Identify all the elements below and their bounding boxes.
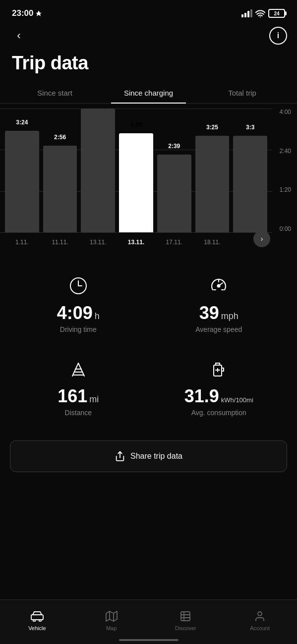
distance-unit: mi — [89, 394, 99, 405]
tab-since-start[interactable]: Since start — [8, 84, 102, 103]
driving-time-unit: h — [95, 311, 100, 322]
svg-rect-24 — [31, 615, 43, 620]
tabs-bar: Since start Since charging Total trip — [0, 84, 297, 104]
page-title: Trip data — [0, 49, 297, 84]
bar-group-2: 2:56 — [43, 108, 77, 232]
status-time: 23:00 — [12, 8, 42, 18]
svg-rect-1 — [244, 13, 246, 17]
stat-driving-time: 4:09 h Driving time — [8, 262, 149, 345]
svg-marker-27 — [106, 611, 117, 621]
road-icon — [66, 357, 90, 381]
info-button[interactable]: i — [269, 27, 287, 45]
driving-time-value: 4:09 — [57, 303, 93, 323]
y-label-4: 4:00 — [280, 108, 291, 115]
bar-label-5: 2:39 — [168, 143, 180, 150]
nav-item-account[interactable]: Account — [223, 600, 297, 636]
bar-group-4[interactable]: 4:09 — [119, 108, 153, 232]
consumption-unit: kWh/100mi — [221, 396, 253, 404]
nav-item-vehicle[interactable]: Vehicle — [0, 600, 74, 636]
svg-rect-30 — [181, 612, 190, 621]
status-icons: 24 — [241, 9, 285, 18]
bar-label-2: 2:56 — [54, 134, 66, 141]
x-label-4: 13.11. — [119, 239, 153, 246]
share-btn-label: Share trip data — [130, 452, 182, 461]
back-button[interactable]: ‹ — [10, 27, 28, 45]
svg-point-7 — [218, 285, 220, 287]
svg-rect-0 — [241, 14, 243, 17]
avg-speed-unit: mph — [221, 311, 238, 322]
distance-value: 161 — [58, 386, 87, 407]
y-axis: 4:00 2:40 1:20 0:00 — [280, 108, 291, 232]
nav-account-label: Account — [250, 625, 270, 631]
consumption-value: 31.9 — [184, 386, 219, 407]
discover-icon — [178, 609, 192, 623]
home-indicator — [119, 639, 178, 641]
svg-point-4 — [260, 16, 261, 17]
svg-point-25 — [33, 620, 35, 622]
chart-container: 4:00 2:40 1:20 0:00 3:24 2:56 — [0, 104, 297, 252]
nav-map-label: Map — [106, 625, 117, 631]
stat-avg-consumption: 31.9 kWh/100mi Avg. consumption — [149, 345, 290, 429]
x-label-6: 18.11. — [195, 239, 230, 246]
tab-total-trip[interactable]: Total trip — [195, 84, 289, 103]
driving-time-label: Driving time — [60, 325, 97, 333]
map-icon — [105, 609, 119, 623]
bottom-nav: Vehicle Map Discover — [0, 599, 297, 644]
y-label-0: 0:00 — [280, 225, 291, 232]
svg-point-26 — [39, 620, 41, 622]
x-label-2: 11.11. — [43, 239, 77, 246]
distance-label: Distance — [65, 409, 92, 417]
bars-area: 3:24 2:56 5:09 4:09 — [0, 108, 272, 232]
avg-speed-label: Average speed — [195, 325, 242, 333]
tab-since-charging[interactable]: Since charging — [102, 84, 195, 103]
stat-distance: 161 mi Distance — [8, 345, 149, 429]
stats-grid: 4:09 h Driving time 39 mph Average speed — [0, 252, 297, 438]
bar-group-7: 3:3 — [233, 108, 267, 232]
svg-point-34 — [258, 612, 262, 616]
bar-group-6: 3:25 — [195, 108, 230, 232]
bar-label-4: 4:09 — [130, 121, 142, 128]
clock-icon — [66, 274, 90, 298]
nav-item-discover[interactable]: Discover — [149, 600, 223, 636]
nav-vehicle-label: Vehicle — [28, 625, 46, 631]
bar-group-3: 5:09 — [81, 108, 115, 232]
bar-label-7: 3:3 — [246, 124, 254, 131]
vehicle-icon — [30, 609, 44, 623]
bar-group-1: 3:24 — [5, 108, 39, 232]
speedometer-icon — [207, 274, 231, 298]
bar-group-5: 2:39 — [157, 108, 191, 232]
stat-average-speed: 39 mph Average speed — [149, 262, 290, 345]
x-label-1: 1.11. — [5, 239, 39, 246]
nav-bar: ‹ i — [0, 25, 297, 49]
avg-speed-value: 39 — [199, 303, 219, 323]
y-label-240: 2:40 — [280, 148, 291, 155]
x-axis: 1.11. 11.11. 13.11. 13.11. 17.11. 18.11. — [0, 232, 272, 252]
consumption-icon — [207, 357, 231, 381]
nav-discover-label: Discover — [175, 625, 196, 631]
battery-indicator: 24 — [268, 9, 285, 18]
consumption-label: Avg. consumption — [191, 409, 246, 417]
svg-rect-3 — [250, 9, 252, 17]
x-label-5: 17.11. — [157, 239, 191, 246]
bar-label-6: 3:25 — [206, 124, 218, 131]
svg-rect-2 — [247, 11, 249, 17]
chart-next-button[interactable]: › — [253, 230, 270, 247]
bar-label-1: 3:24 — [16, 119, 28, 126]
y-label-120: 1:20 — [280, 186, 291, 193]
account-icon — [253, 609, 267, 623]
status-bar: 23:00 24 — [0, 0, 297, 25]
share-trip-button[interactable]: Share trip data — [10, 440, 287, 472]
nav-item-map[interactable]: Map — [74, 600, 149, 636]
x-label-3: 13.11. — [81, 239, 115, 246]
